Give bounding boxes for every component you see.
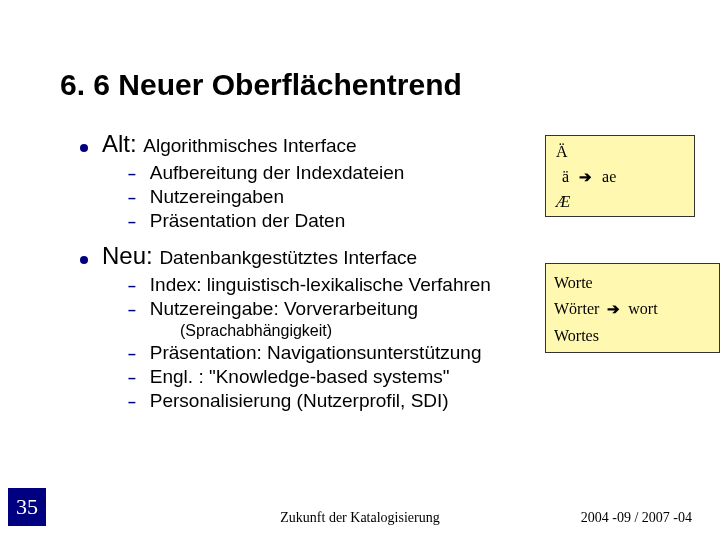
box1-row2: ä ➔ ae — [556, 165, 684, 190]
neu-prefix: Neu: — [102, 242, 159, 269]
neu-item-text: Index: linguistisch-lexikalische Verfahr… — [150, 274, 491, 296]
neu-item: – Personalisierung (Nutzerprofil, SDI) — [128, 390, 700, 412]
bullet-icon — [80, 256, 88, 264]
dash-icon: – — [128, 370, 136, 386]
box1-row1: Ä — [556, 140, 684, 165]
arrow-icon: ➔ — [579, 166, 592, 189]
alt-rest: Interface — [277, 135, 356, 156]
neu-rest: Interface — [338, 247, 417, 268]
dash-icon: – — [128, 394, 136, 410]
box1-row3: Æ — [556, 190, 684, 215]
callout-box-umlaut: Ä ä ➔ ae Æ — [545, 135, 695, 217]
arrow-icon: ➔ — [607, 297, 620, 322]
dash-icon: – — [128, 214, 136, 230]
alt-item-text: Nutzereingaben — [150, 186, 284, 208]
bullet-icon — [80, 144, 88, 152]
box1-r2a: ä — [556, 165, 569, 190]
neu-item-text: Nutzereingabe: Vorverarbeitung — [150, 298, 418, 320]
box2-r2a: Wörter — [554, 296, 599, 322]
dash-icon: – — [128, 346, 136, 362]
neu-item: – Engl. : "Knowledge-based systems" — [128, 366, 700, 388]
neu-item-text: Präsentation: Navigationsunterstützung — [150, 342, 482, 364]
box1-r2b: ae — [602, 165, 616, 190]
neu-item-text: Personalisierung (Nutzerprofil, SDI) — [150, 390, 449, 412]
alt-prefix: Alt: — [102, 130, 143, 157]
box2-row2: Wörter ➔ wort — [554, 296, 711, 322]
callout-box-worte: Worte Wörter ➔ wort Wortes — [545, 263, 720, 353]
dash-icon: – — [128, 278, 136, 294]
dash-icon: – — [128, 166, 136, 182]
alt-item-text: Aufbereitung der Indexdateien — [150, 162, 405, 184]
dash-icon: – — [128, 302, 136, 318]
box2-row3: Wortes — [554, 323, 711, 349]
dash-icon: – — [128, 190, 136, 206]
alt-emph: Algorithmisches — [143, 135, 277, 156]
box2-row1: Worte — [554, 270, 711, 296]
slide-title: 6. 6 Neuer Oberflächentrend — [60, 68, 462, 102]
box2-r2b: wort — [628, 296, 657, 322]
alt-item-text: Präsentation der Daten — [150, 210, 345, 232]
neu-emph: Datenbankgestütztes — [159, 247, 338, 268]
neu-item-text: Engl. : "Knowledge-based systems" — [150, 366, 450, 388]
footer-right: 2004 -09 / 2007 -04 — [581, 510, 692, 526]
